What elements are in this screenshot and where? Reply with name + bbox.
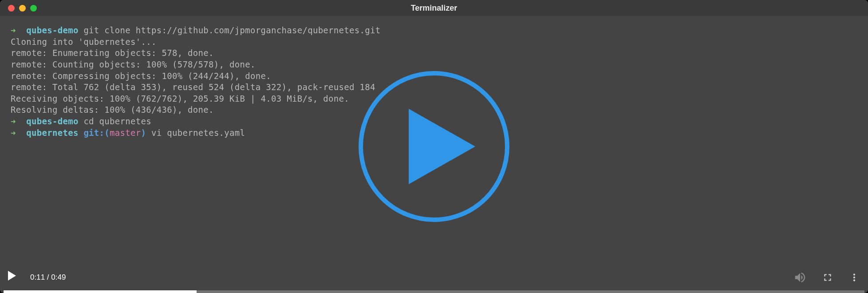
prompt-arrow-icon: ➜ bbox=[11, 128, 16, 138]
controls-right bbox=[793, 271, 860, 284]
terminal-window: Terminalizer ➜ qubes-demo git clone http… bbox=[0, 0, 868, 293]
terminal-line: remote: Enumerating objects: 578, done. bbox=[11, 48, 857, 59]
more-options-button[interactable] bbox=[848, 272, 860, 283]
fullscreen-icon bbox=[822, 272, 833, 283]
window-title: Terminalizer bbox=[411, 4, 458, 13]
volume-icon bbox=[793, 271, 807, 284]
play-circle-icon bbox=[359, 71, 509, 222]
total-time: 0:49 bbox=[51, 273, 66, 281]
play-triangle-icon bbox=[409, 109, 475, 184]
play-overlay-button[interactable] bbox=[359, 71, 509, 222]
terminal-line: Cloning into 'qubernetes'... bbox=[11, 36, 857, 48]
traffic-lights bbox=[8, 5, 37, 12]
fullscreen-button[interactable] bbox=[822, 272, 833, 283]
command-text: cd qubernetes bbox=[83, 116, 151, 126]
progress-bar[interactable] bbox=[4, 290, 864, 293]
title-bar: Terminalizer bbox=[0, 0, 868, 16]
minimize-window-button[interactable] bbox=[19, 5, 26, 12]
git-branch: master bbox=[110, 128, 141, 138]
git-label: git:( bbox=[83, 128, 110, 138]
video-controls: 0:11 / 0:49 bbox=[0, 262, 868, 293]
close-window-button[interactable] bbox=[8, 5, 15, 12]
maximize-window-button[interactable] bbox=[30, 5, 37, 12]
time-separator: / bbox=[45, 273, 51, 281]
more-vertical-icon bbox=[848, 272, 860, 283]
prompt-arrow-icon: ➜ bbox=[11, 116, 16, 126]
command-text: git clone https://github.com/jpmorgancha… bbox=[83, 25, 380, 35]
git-close: ) bbox=[141, 128, 146, 138]
prompt-arrow-icon: ➜ bbox=[11, 25, 16, 35]
terminal-line: remote: Counting objects: 100% (578/578)… bbox=[11, 59, 857, 71]
play-button[interactable] bbox=[8, 271, 21, 284]
play-icon bbox=[8, 271, 16, 281]
command-text: vi qubernetes.yaml bbox=[151, 128, 245, 138]
volume-button[interactable] bbox=[793, 271, 807, 284]
time-display: 0:11 / 0:49 bbox=[30, 273, 66, 282]
terminal-line: ➜ qubes-demo git clone https://github.co… bbox=[11, 25, 857, 36]
current-time: 0:11 bbox=[30, 273, 45, 281]
prompt-dir: qubes-demo bbox=[26, 25, 78, 35]
prompt-dir: qubes-demo bbox=[26, 116, 78, 126]
progress-fill bbox=[4, 290, 197, 293]
prompt-dir: qubernetes bbox=[26, 128, 78, 138]
